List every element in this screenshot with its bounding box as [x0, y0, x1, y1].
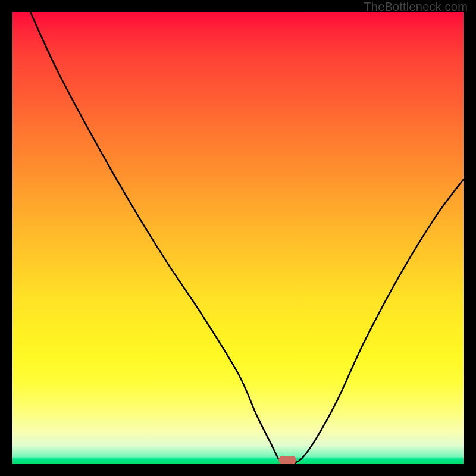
watermark-text: TheBottleneck.com [364, 0, 468, 14]
bottleneck-marker [278, 456, 296, 464]
chart-frame: TheBottleneck.com [0, 0, 476, 476]
bottleneck-curve [12, 12, 464, 464]
plot-area [12, 12, 464, 464]
